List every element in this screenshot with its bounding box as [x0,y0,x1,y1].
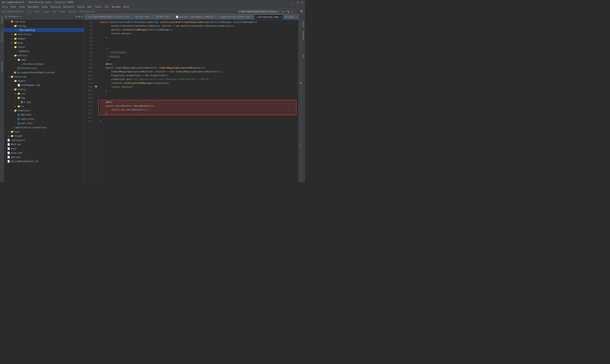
tree-item[interactable]: ▾📦com.biao [4,19,84,24]
tree-item[interactable]: ▾📁impl [4,58,84,62]
tree-item[interactable]: ▶📁test [4,130,84,134]
tree-file-icon: 🖼 [21,101,23,104]
bc-java[interactable]: java [43,10,49,13]
more-button[interactable]: ⋮ [294,10,296,13]
menu-window[interactable]: Window [110,5,122,9]
line-number: 107 [84,93,92,96]
tab-close-icon[interactable]: × [151,16,152,18]
minimap-scrollbar[interactable] [298,20,301,182]
tree-item[interactable]: ☕UserServiceImpl [4,62,84,66]
maven-side-label[interactable]: Maven [302,21,305,28]
tree-item[interactable]: ☕ShiroConfig [4,28,84,32]
structure-side-label[interactable]: Structure [1,30,3,42]
minimize-button[interactable]: — [293,1,294,4]
bc-biao[interactable]: biao [59,10,65,13]
menu-tools[interactable]: Tools [94,5,103,9]
bc-com[interactable]: com [52,10,56,13]
line-number: 91 [84,32,92,36]
tree-item[interactable]: 📄mvnw [4,146,84,151]
menu-navigate[interactable]: Navigate [27,5,41,9]
tree-item[interactable]: ASpringbootDemo13Application [4,70,84,75]
tree-item[interactable]: ▾📁img [4,96,84,100]
tree-item[interactable]: IIUserService [4,66,84,70]
bc-config[interactable]: config [68,10,76,13]
tree-item[interactable]: 🌐user.html [4,121,84,125]
tree-item[interactable]: ▶📁controller [4,32,84,36]
tree-item[interactable]: 📄HELP.md [4,142,84,146]
tree-item[interactable]: ▶📁mapper [4,36,84,41]
search-button[interactable]: 🔍 [300,10,303,13]
tree-collapse-icon[interactable]: ⊟ [81,15,83,18]
tree-item[interactable]: ▶📁target [4,134,84,138]
tree-gear-icon[interactable]: ⚙ [76,15,78,18]
build-icon[interactable]: ⚙ [282,10,283,13]
favorites-side-label[interactable]: Favorites [1,61,3,73]
menu-edit[interactable]: Edit [10,5,18,9]
tree-item[interactable]: ▶📁js [4,104,84,108]
menu-run[interactable]: Run [86,5,93,9]
tree-expand-icon[interactable]: ⊞ [79,15,80,18]
debug-button[interactable]: 🐛 [287,10,290,13]
close-button[interactable]: × [302,1,303,4]
tree-item[interactable]: ☕MyRealm [4,49,84,53]
tab-close-icon[interactable]: × [130,16,132,18]
line-number: 110 [84,104,92,108]
tab-close-icon[interactable]: × [215,16,216,18]
tree-item[interactable]: 🌐403.html [4,113,84,117]
bc-project[interactable]: SpringBootDemo13 [2,10,24,13]
ant-side-label[interactable]: Ant [302,54,305,59]
tab-close-icon[interactable]: × [251,16,253,18]
tree-item[interactable]: 📄SpringBootDemo13.iml [4,159,84,163]
menu-refactor[interactable]: Refactor [62,5,76,9]
menu-code[interactable]: Code [41,5,49,9]
menu-help[interactable]: Help [122,5,130,9]
maximize-button[interactable]: □ [297,1,299,4]
tab-shiro-config[interactable]: ☕ ShiroConfig.java × [254,14,283,19]
tree-item[interactable]: 📄pom.xml [4,155,84,159]
run-config-dropdown-icon[interactable]: ▾ [277,10,278,13]
tab-icon: ☕ [256,16,257,18]
menu-analyze[interactable]: Analyze [49,5,62,9]
tab-login[interactable]: 🌐 logi… × [283,14,299,19]
menu-vcs[interactable]: VCS [103,5,110,9]
tree-item[interactable]: ▾📁static [4,87,84,91]
menu-view[interactable]: View [18,5,26,9]
tab-springboot-app[interactable]: ☕ springbootDemo13Application.java × [84,14,134,19]
stop-button[interactable]: ■ [298,10,299,13]
code-line: @Bean [100,62,297,66]
tab-close-icon[interactable]: × [280,16,281,18]
menu-file[interactable]: File [1,5,9,9]
tree-item[interactable]: 📄.gitignore [4,138,84,142]
window-controls[interactable]: — □ × [293,1,303,4]
run-button[interactable]: ▶ [285,10,286,13]
tree-item[interactable]: ▾📁mapper [4,79,84,83]
tree-item[interactable]: ▾📁realm [4,45,84,49]
menu-build[interactable]: Build [76,5,86,9]
tab-user-html[interactable]: 🌐 user.html × [134,14,154,19]
line-number: 104 [84,81,92,85]
bc-shiroconfig[interactable]: ShiroConfig [80,10,95,13]
code-line: } [100,119,297,123]
bc-main[interactable]: main [35,10,40,13]
database-side-label[interactable]: Database [302,30,305,41]
coverage-button[interactable]: ◎ [291,10,293,13]
run-config-selector[interactable]: ▶ SpringbootDemo13Application ▾ [238,10,280,13]
tree-item[interactable]: 🌐login.html [4,117,84,121]
tab-close-icon[interactable]: × [171,16,172,18]
tree-item[interactable]: ⚙application.properties [4,125,84,130]
tab-pom-xml[interactable]: 📄 pom.xml (springboot-demo13) × [174,14,218,19]
tree-item[interactable]: ▶📁pojo [4,41,84,45]
tab-application-props[interactable]: ⚙ application.properties × [218,14,255,19]
tree-item[interactable]: ▾📁templates [4,108,84,113]
tab-close-icon[interactable]: × [296,16,297,18]
project-side-label[interactable]: Project [1,15,3,25]
tree-item[interactable]: ▾📁service [4,53,84,58]
tree-item[interactable]: 🖼1.jpg [4,100,84,104]
tree-item[interactable]: ▾📁config [4,24,84,28]
tree-item[interactable]: ▶📁css [4,91,84,96]
tab-403-html[interactable]: 🌐 403.html × [154,14,174,19]
tree-item[interactable]: 📄mvnw.cmd [4,151,84,155]
tree-item[interactable]: 📄UserMapper.xml [4,83,84,87]
tree-item[interactable]: ▾📁resources [4,75,84,79]
bc-src[interactable]: src [27,10,32,13]
